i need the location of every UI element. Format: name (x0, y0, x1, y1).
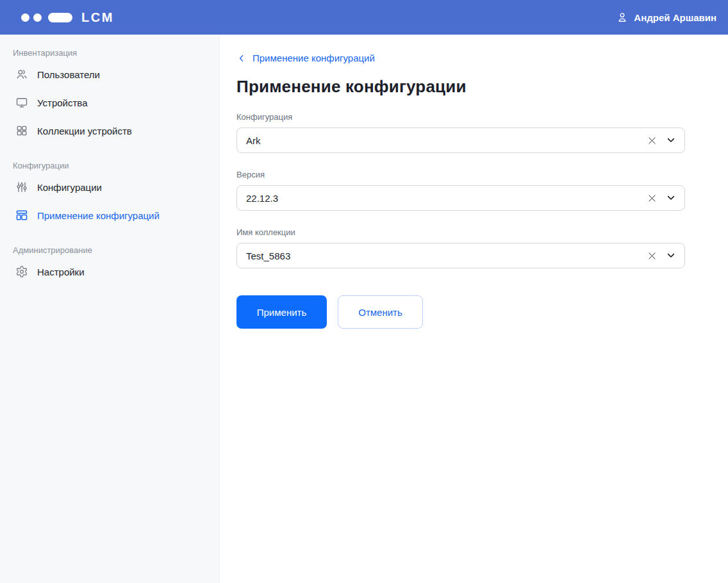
sidebar-item-configurations[interactable]: Конфигурации (0, 173, 219, 201)
main-content: Применение конфигураций Применение конфи… (220, 35, 728, 583)
app-logo[interactable]: LCM (21, 10, 114, 25)
sidebar-section-inventory: Инвентаризация (0, 46, 219, 60)
field-version: Версия 22.12.3 (236, 170, 685, 211)
field-configuration: Конфигурация Ark (236, 112, 685, 153)
sidebar-section-administration: Администрирование (0, 243, 219, 258)
cancel-button[interactable]: Отменить (338, 295, 423, 329)
collection-name-value: Test_5863 (246, 250, 647, 261)
apply-configuration-form: Конфигурация Ark Версия (236, 112, 685, 329)
logo-dot-icon (33, 13, 42, 22)
sidebar-item-label: Конфигурации (37, 182, 102, 193)
chevron-left-icon (236, 53, 247, 63)
chevron-down-icon[interactable] (666, 250, 676, 261)
gear-icon (15, 265, 28, 278)
sidebar-item-label: Пользователи (37, 69, 100, 80)
user-name: Андрей Аршавин (634, 12, 716, 23)
collection-name-label: Имя коллекции (236, 227, 685, 237)
configuration-label: Конфигурация (236, 112, 685, 122)
app-header: LCM Андрей Аршавин (0, 0, 728, 35)
chevron-down-icon[interactable] (666, 193, 676, 203)
sliders-icon (15, 181, 28, 193)
breadcrumb-label: Применение конфигураций (252, 53, 375, 63)
grid-icon (15, 124, 28, 137)
apply-button[interactable]: Применить (236, 295, 327, 329)
clear-icon[interactable] (647, 135, 658, 146)
sidebar-item-settings[interactable]: Настройки (0, 258, 219, 286)
clear-icon[interactable] (647, 193, 658, 204)
field-collection-name: Имя коллекции Test_5863 (236, 227, 685, 268)
sidebar-item-label: Настройки (37, 267, 85, 277)
monitor-icon (15, 96, 28, 109)
sidebar-item-label: Устройства (37, 97, 87, 108)
configuration-select[interactable]: Ark (236, 127, 685, 153)
version-select[interactable]: 22.12.3 (236, 185, 685, 211)
sidebar-item-label: Применение конфигураций (37, 210, 160, 221)
sidebar-section-configurations: Конфигурации (0, 159, 219, 173)
version-label: Версия (236, 170, 685, 179)
sidebar-item-device-collections[interactable]: Коллекции устройств (0, 117, 219, 145)
person-icon (616, 11, 629, 24)
sidebar-item-users[interactable]: Пользователи (0, 60, 219, 88)
users-icon (15, 68, 28, 81)
user-menu[interactable]: Андрей Аршавин (616, 11, 716, 24)
breadcrumb-back-link[interactable]: Применение конфигураций (236, 53, 375, 63)
sidebar: Инвентаризация Пользователи Ус (0, 35, 220, 583)
chevron-down-icon[interactable] (666, 135, 676, 145)
version-value: 22.12.3 (246, 193, 647, 204)
clear-icon[interactable] (647, 250, 658, 261)
logo-text: LCM (81, 10, 114, 25)
layout-icon (15, 209, 28, 222)
collection-name-select[interactable]: Test_5863 (236, 243, 685, 268)
sidebar-item-devices[interactable]: Устройства (0, 88, 219, 117)
configuration-value: Ark (246, 135, 647, 146)
logo-pill-icon (48, 13, 72, 22)
sidebar-item-apply-configurations[interactable]: Применение конфигураций (0, 201, 219, 229)
sidebar-item-label: Коллекции устройств (37, 126, 132, 136)
logo-dot-icon (21, 13, 29, 22)
form-actions: Применить Отменить (236, 295, 685, 329)
page-title: Применение конфигурации (236, 77, 728, 97)
